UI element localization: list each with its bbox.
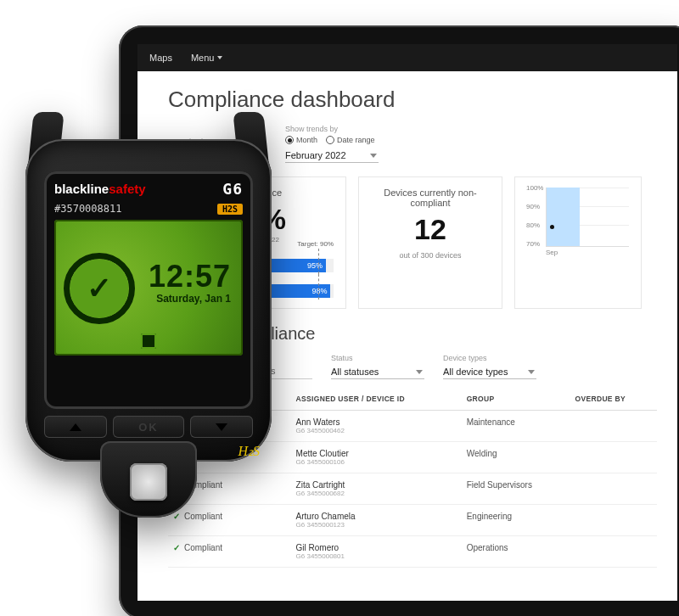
chevron-down-icon	[217, 56, 222, 59]
status-select[interactable]: All statuses	[331, 365, 424, 379]
card-trend: 100% 90% 80% 70% Sep	[514, 176, 642, 309]
device-serial-row: #3570008811 H2S	[54, 203, 243, 215]
overdue-cell	[570, 536, 657, 568]
radio-range-label: Date range	[337, 136, 375, 144]
device-ok-button[interactable]: OK	[113, 416, 184, 438]
trend-tick: 80%	[526, 221, 540, 229]
sensor-icon	[130, 463, 167, 501]
user-name: Arturo Chamela	[296, 512, 457, 521]
ok-label: OK	[138, 421, 159, 434]
triangle-up-icon	[70, 423, 81, 431]
status-value: All statuses	[331, 367, 379, 377]
overdue-cell	[570, 411, 657, 442]
status-label: Status	[331, 354, 424, 362]
filter-status: Status All statuses	[331, 354, 424, 379]
radio-date-range[interactable]: Date range	[326, 136, 375, 144]
radio-month-label: Month	[296, 136, 317, 144]
device-down-button[interactable]	[190, 416, 253, 438]
month-select[interactable]: February 2022	[285, 148, 379, 163]
trend-tick: 70%	[526, 240, 540, 248]
trends-radio-group: Month Date range	[285, 136, 379, 144]
device-id: G6 3455000106	[296, 458, 457, 466]
status-cell: ✓Compliant	[173, 543, 286, 552]
nav-menu-label: Menu	[191, 53, 215, 63]
g6-device: blacklinesafety G6 #3570008811 H2S ✓ 12:…	[8, 127, 289, 526]
device-button-row: OK	[44, 416, 253, 438]
table-row[interactable]: ✓CompliantGil RomeroG6 3455000801Operati…	[168, 536, 657, 568]
gas-badge: H2S	[217, 204, 243, 215]
overdue-cell	[570, 473, 657, 505]
group-cell: Welding	[462, 442, 570, 473]
brand-safety: safety	[109, 182, 145, 196]
page-title: Compliance dashboard	[168, 87, 657, 113]
noncompliant-value: 12	[371, 213, 490, 246]
bar-cal-value: 98%	[311, 287, 327, 295]
radio-month[interactable]: Month	[285, 136, 317, 144]
trend-chart: 100% 90% 80% 70%	[546, 188, 629, 247]
target-line-icon	[318, 274, 319, 300]
user-name: Zita Cartright	[296, 480, 457, 490]
trend-point	[550, 225, 554, 229]
status-ok-icon: ✓	[68, 257, 131, 320]
trend-tick: 100%	[526, 184, 543, 192]
bar-bump-value: 95%	[307, 261, 323, 270]
device-brand: blacklinesafety G6	[54, 180, 243, 198]
overdue-cell	[570, 442, 657, 473]
types-value: All device types	[443, 367, 508, 377]
device-clock: 12:57	[149, 259, 231, 294]
trends-label: Show trends by	[285, 125, 379, 133]
target-label: Target: 90%	[297, 240, 334, 248]
noncompliant-sub: out of 300 devices	[371, 251, 490, 260]
trend-xstart: Sep	[546, 249, 629, 256]
status-text: Compliant	[184, 543, 222, 552]
target-line-icon	[318, 249, 319, 274]
filter-device-types: Device types All device types	[443, 354, 536, 379]
device-face: blacklinesafety G6 #3570008811 H2S ✓ 12:…	[44, 171, 253, 409]
group-cell: Field Supervisors	[462, 473, 570, 505]
overdue-cell	[570, 505, 657, 536]
device-screen: ✓ 12:57 Saturday, Jan 1	[54, 220, 243, 356]
card-noncompliant: Devices currently non-compliant 12 out o…	[358, 176, 502, 309]
device-id: G6 3455000462	[296, 427, 457, 434]
brand-blackline: blackline	[54, 182, 109, 196]
device-id: G6 3455000801	[296, 552, 457, 560]
types-select[interactable]: All device types	[443, 365, 536, 379]
nav-maps-label: Maps	[149, 53, 172, 63]
group-cell: Maintenance	[462, 411, 570, 442]
filter-trends: Show trends by Month Date range February…	[285, 125, 379, 163]
card-noncompliant-title: Devices currently non-compliant	[371, 188, 490, 208]
check-icon: ✓	[87, 271, 112, 306]
check-icon: ✓	[173, 543, 180, 552]
nav-maps[interactable]: Maps	[149, 53, 172, 63]
month-value: February 2022	[285, 150, 346, 160]
radio-off-icon	[326, 136, 334, 144]
col-user[interactable]: ASSIGNED USER / DEVICE ID	[291, 388, 462, 411]
nav-menu[interactable]: Menu	[191, 53, 223, 63]
qr-icon	[141, 333, 156, 349]
device-model: G6	[222, 180, 243, 198]
group-cell: Operations	[462, 536, 570, 568]
types-label: Device types	[443, 354, 536, 362]
user-name: Ann Waters	[296, 417, 457, 427]
device-serial: #3570008811	[54, 203, 121, 215]
device-date: Saturday, Jan 1	[156, 293, 231, 305]
device-id: G6 3455000123	[296, 521, 457, 529]
device-up-button[interactable]	[44, 416, 107, 438]
trend-tick: 90%	[526, 203, 540, 210]
col-overdue[interactable]: OVERDUE BY	[570, 388, 657, 411]
triangle-down-icon	[216, 423, 227, 431]
trend-area	[547, 188, 580, 246]
col-group[interactable]: GROUP	[462, 388, 570, 411]
device-id: G6 3455000682	[296, 490, 457, 497]
user-name: Gil Romero	[296, 543, 457, 552]
gas-script-label: H₂S	[238, 443, 260, 459]
device-chin	[100, 441, 197, 518]
user-name: Mette Cloutier	[296, 449, 457, 458]
top-nav: Maps Menu	[137, 44, 677, 71]
group-cell: Engineering	[462, 505, 570, 536]
